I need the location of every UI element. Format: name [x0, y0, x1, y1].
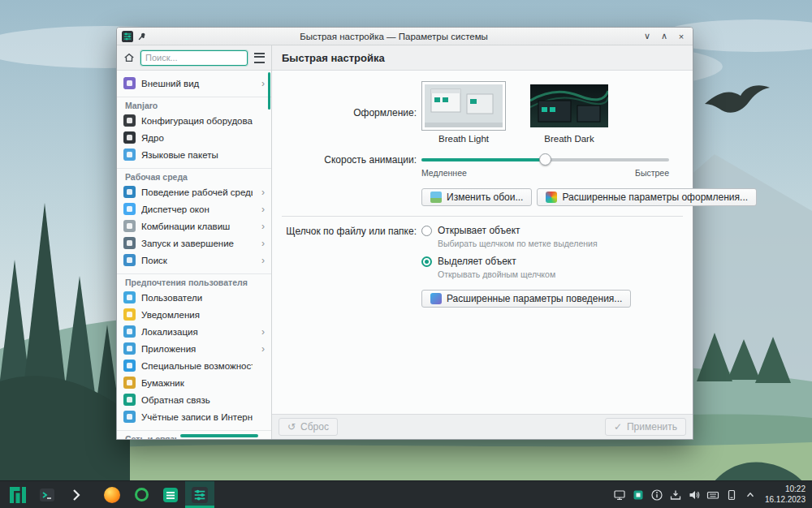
keyboard-tray-button[interactable]	[704, 481, 723, 508]
sidebar-item-accessibility[interactable]: Специальные возможности	[117, 357, 271, 374]
manjaro-settings-icon	[162, 487, 179, 503]
bell-icon	[123, 308, 136, 321]
active-task-system-settings[interactable]	[185, 481, 214, 508]
sidebar-item-workspace-behavior[interactable]: Поведение рабочей среды ›	[117, 183, 271, 200]
sidebar-section-manjaro: Manjaro	[117, 97, 271, 112]
sidebar-item-hardware-configuration[interactable]: Конфигурация оборудова...	[117, 112, 271, 129]
reset-button[interactable]: ↺ Сброс	[279, 418, 338, 436]
firefox-icon	[104, 487, 120, 503]
pin-icon[interactable]	[137, 32, 147, 41]
sidebar: Внешний вид › Manjaro Конфигурация обору…	[117, 45, 272, 439]
sidebar-item-label: Учётные записи в Интерне...	[141, 412, 253, 422]
keyboard-icon	[706, 489, 719, 502]
radio-opens-object[interactable]: Открывает объект	[421, 225, 683, 236]
click-behavior-label: Щелчок по файлу или папке:	[282, 225, 421, 237]
radio-label: Открывает объект	[438, 225, 520, 236]
info-tray-button[interactable]	[648, 481, 667, 508]
button-label: Изменить обои...	[447, 192, 523, 203]
home-button[interactable]	[122, 50, 136, 65]
apply-button[interactable]: ✓ Применить	[605, 418, 686, 436]
chevron-right-icon: ›	[258, 78, 265, 89]
more-behavior-settings-button[interactable]: Расширенные параметры поведения...	[421, 290, 631, 308]
clock-time: 10:22	[765, 484, 806, 495]
theme-breath-light[interactable]: Breath Light	[421, 81, 506, 144]
app-icon	[122, 31, 133, 42]
sidebar-item-label: Конфигурация оборудова...	[141, 116, 253, 126]
sidebar-item-search[interactable]: Поиск ›	[117, 252, 271, 269]
search-settings-icon	[123, 254, 136, 266]
volume-tray-button[interactable]	[685, 481, 704, 508]
clock-date: 16.12.2023	[765, 495, 806, 506]
hardware-configuration-icon	[123, 114, 136, 127]
minimize-button[interactable]: ∨	[641, 30, 654, 43]
chevron-right-icon: ›	[258, 238, 265, 249]
sidebar-item-label: Бумажник	[141, 378, 253, 388]
close-button[interactable]: ×	[675, 30, 688, 43]
sidebar-item-shortcuts[interactable]: Комбинации клавиш ›	[117, 217, 271, 235]
manjaro-settings-launcher[interactable]	[156, 481, 185, 508]
page-title: Быстрая настройка	[282, 52, 385, 64]
sidebar-item-appearance[interactable]: Внешний вид ›	[117, 75, 271, 92]
theme-breath-dark[interactable]: Breath Dark	[527, 81, 611, 144]
search-input[interactable]	[140, 50, 248, 66]
speaker-icon	[688, 489, 701, 502]
button-label: Применить	[627, 421, 677, 433]
firefox-launcher[interactable]	[97, 481, 127, 508]
sidebar-item-startup-shutdown[interactable]: Запуск и завершение ›	[117, 235, 271, 252]
sidebar-item-feedback[interactable]: Обратная связь	[117, 391, 271, 408]
arrow-right-icon	[70, 489, 83, 502]
sidebar-item-users[interactable]: Пользователи	[117, 289, 271, 306]
maximize-button[interactable]: ∧	[658, 30, 671, 43]
package-manager-icon	[135, 488, 149, 502]
quick-settings-form: Оформление:	[272, 71, 693, 414]
kernel-icon	[123, 131, 136, 144]
package-manager-launcher[interactable]	[127, 481, 156, 508]
slider-handle[interactable]	[539, 153, 551, 166]
behavior-settings-icon	[430, 293, 442, 304]
sidebar-item-applications[interactable]: Приложения ›	[117, 340, 271, 357]
sidebar-horizontal-scrollbar[interactable]	[180, 434, 258, 437]
terminal-launcher[interactable]	[32, 481, 62, 508]
separator	[282, 216, 683, 217]
radio-label: Выделяет объект	[438, 256, 516, 267]
more-appearance-settings-button[interactable]: Расширенные параметры оформления...	[537, 188, 757, 206]
menu-button[interactable]	[252, 50, 266, 65]
sidebar-item-regional-settings[interactable]: Локализация ›	[117, 323, 271, 340]
sidebar-item-window-management[interactable]: Диспетчер окон ›	[117, 200, 271, 217]
clipboard-tray-button[interactable]	[723, 481, 741, 508]
expand-tray-button[interactable]	[741, 481, 760, 508]
download-tray-icon	[669, 489, 682, 502]
apply-check-icon: ✓	[614, 421, 622, 433]
sidebar-item-kernel[interactable]: Ядро	[117, 129, 271, 146]
keyboard-shortcuts-icon	[123, 220, 136, 232]
sidebar-item-label: Обратная связь	[141, 395, 253, 405]
manjaro-menu-button[interactable]	[3, 481, 32, 508]
animation-speed-slider[interactable]	[421, 153, 669, 166]
sidebar-item-notifications[interactable]: Уведомления	[117, 306, 271, 323]
breath-light-preview	[425, 84, 503, 127]
chevron-right-icon: ›	[258, 204, 265, 215]
sidebar-item-online-accounts[interactable]: Учётные записи в Интерне...	[117, 408, 271, 425]
radio-checked-icon	[421, 256, 432, 267]
sidebar-item-language-packages[interactable]: Языковые пакеты	[117, 146, 271, 163]
button-label: Сброс	[300, 421, 329, 433]
sidebar-item-label: Языковые пакеты	[141, 150, 253, 160]
change-wallpaper-button[interactable]: Изменить обои...	[421, 188, 532, 206]
updates-tray-button[interactable]	[629, 481, 648, 508]
chevron-up-icon	[745, 489, 756, 501]
display-tray-button[interactable]	[611, 481, 629, 508]
system-tray: 10:22 16.12.2023	[611, 481, 809, 508]
online-accounts-icon	[123, 411, 136, 423]
sidebar-section-personalization: Предпочтения пользователя	[117, 273, 271, 289]
flag-icon	[123, 325, 136, 338]
desktop: Быстрая настройка — Параметры системы ∨ …	[0, 0, 812, 508]
sidebar-vertical-scrollbar[interactable]	[268, 72, 270, 110]
inbox-tray-button[interactable]	[667, 481, 685, 508]
show-desktop-button[interactable]	[62, 481, 91, 508]
radio-selects-object[interactable]: Выделяет объект	[421, 256, 683, 267]
sidebar-item-wallet[interactable]: Бумажник	[117, 374, 271, 391]
system-settings-window: Быстрая настройка — Параметры системы ∨ …	[116, 27, 693, 440]
clock[interactable]: 10:22 16.12.2023	[765, 484, 806, 505]
sidebar-item-label: Комбинации клавиш	[141, 222, 253, 231]
feedback-icon	[123, 394, 136, 406]
